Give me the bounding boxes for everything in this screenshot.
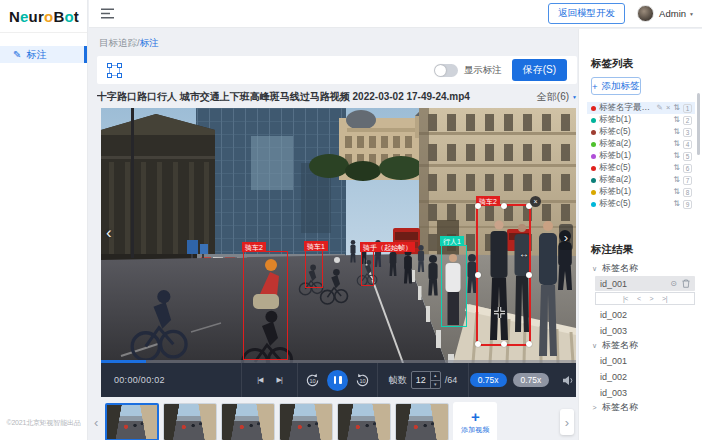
delete-label-icon[interactable]: × [666,104,670,112]
username[interactable]: Admin [659,8,686,19]
top-header: 返回模型开发 Admin ▼ [89,0,702,28]
bounding-box[interactable]: 骑手（起始帧） [361,251,374,286]
save-button[interactable]: 保存(S) [512,59,567,81]
video-title: 十字路口路口行人 城市交通上下班高峰斑马线过马路视频 2022-03-02 17… [97,90,529,104]
menu-collapse-icon[interactable] [101,8,114,19]
sort-label-icon[interactable]: ⇅ [673,104,680,112]
sort-label-icon[interactable]: ⇅ [673,176,680,184]
user-caret-icon[interactable]: ▼ [689,11,694,17]
show-annotation-toggle[interactable] [434,64,458,77]
label-list-item[interactable]: 标签a(2) ⇅ 7 [587,174,695,186]
sort-label-icon[interactable]: ⇅ [673,140,680,148]
speed-pill-inactive[interactable]: 0.75x [513,373,550,387]
resize-handle[interactable] [526,341,532,347]
sort-label-icon[interactable]: ⇅ [673,188,680,196]
step-down-icon[interactable]: ▾ [431,381,440,389]
bbox-tool-icon[interactable] [107,63,122,78]
pager-last-icon[interactable]: >| [662,295,667,302]
svg-text:10: 10 [309,377,315,383]
next-frame-button[interactable]: ▶| [277,376,282,384]
label-list-item[interactable]: 标签c(5) ⇅ 6 [587,162,695,174]
toggle-knob [435,65,446,76]
caret-expanded-icon[interactable]: ∨ [591,342,598,350]
tree-item[interactable]: id_003 [579,323,702,338]
logo-letter: e [20,8,29,25]
video-canvas[interactable]: 骑车2 骑车1 骑手（起始帧） 行人1 骑车2 × [101,108,576,363]
locate-icon[interactable]: ⊙ [670,279,677,288]
back-to-model-dev-button[interactable]: 返回模型开发 [548,3,625,24]
video-thumbnail[interactable] [221,403,275,440]
prev-frame-button[interactable]: |◀ [257,376,262,384]
bounding-box-selected[interactable]: 骑车2 × ↔ [476,204,531,346]
resize-handle[interactable] [475,203,481,209]
prev-video-arrow[interactable]: ‹ [106,224,112,241]
label-list-scrollbar[interactable] [697,93,700,155]
video-progress-bar[interactable] [101,360,576,363]
thumbs-prev-arrow[interactable]: ‹ [91,415,101,430]
tree-item[interactable]: id_002 [579,307,702,322]
next-video-arrow[interactable]: › [559,224,573,250]
edit-label-icon[interactable]: ✎ [657,104,663,112]
add-video-button[interactable]: + 添加视频 [453,402,497,440]
sidebar-item-annotate[interactable]: ✎ 标注 [0,46,87,63]
breadcrumb-parent[interactable]: 目标追踪 [99,37,137,48]
video-thumbnail[interactable] [279,403,333,440]
user-avatar[interactable] [637,5,654,22]
sort-label-icon[interactable]: ⇅ [673,200,680,208]
label-name: 标签b(1) [599,150,670,162]
sort-label-icon[interactable]: ⇅ [673,128,680,136]
forward-10-button[interactable]: 10 [355,373,370,388]
filter-dropdown[interactable]: 全部(6) ▼ [537,90,577,104]
tree-item[interactable]: id_002 [579,369,702,384]
resize-handle[interactable] [501,203,507,209]
delete-box-button[interactable]: × [530,196,541,207]
move-cursor-icon [494,304,505,322]
video-thumbnail[interactable] [163,403,217,440]
frame-number-input[interactable] [412,372,430,388]
rewind-10-button[interactable]: 10 [305,373,320,388]
bounding-box[interactable]: 骑车2 [243,251,288,360]
annotation-toolbar: 显示标注 保存(S) [97,56,577,84]
label-name: 标签c(5) [599,198,670,210]
bounding-box[interactable]: 行人1 [441,245,467,327]
logo-letter: t [74,8,79,25]
resize-handle[interactable] [475,341,481,347]
tree-item[interactable]: id_001 [579,353,702,368]
label-list-item[interactable]: 标签b(1) ⇅ 8 [587,186,695,198]
caret-collapsed-icon[interactable]: > [591,404,598,411]
video-thumbnail[interactable] [337,403,391,440]
label-list-item[interactable]: 标签b(1) ⇅ 5 [587,150,695,162]
pager-first-icon[interactable]: |< [623,295,628,302]
tree-group[interactable]: ∨ 标签名称 [579,339,702,352]
bounding-box[interactable]: 骑车1 [305,250,323,288]
pager-prev-icon[interactable]: < [637,295,641,302]
label-list-item[interactable]: 标签b(1) ⇅ 2 [587,114,695,126]
caret-expanded-icon[interactable]: ∨ [591,265,598,273]
tree-group[interactable]: > 标签名称 [579,401,702,414]
sort-label-icon[interactable]: ⇅ [673,116,680,124]
video-thumbnail[interactable] [105,403,159,440]
pager-next-icon[interactable]: > [650,295,654,302]
sort-label-icon[interactable]: ⇅ [673,164,680,172]
tree-item-selected[interactable]: id_001 ⊙ [595,276,695,291]
thumbs-next-arrow[interactable]: › [560,409,574,435]
tree-group[interactable]: ∨ 标签名称 [579,262,702,275]
label-list-item[interactable]: 标签a(2) ⇅ 4 [587,138,695,150]
trash-icon[interactable] [682,279,690,288]
tree-item[interactable]: id_003 [579,385,702,400]
resize-handle[interactable] [501,341,507,347]
sort-label-icon[interactable]: ⇅ [673,152,680,160]
label-list-item[interactable]: 标签c(5) ⇅ 3 [587,126,695,138]
label-list-item[interactable]: 标签c(5) ⇅ 9 [587,198,695,210]
label-color-dot [591,202,596,207]
resize-handle[interactable] [526,272,532,278]
speed-pill-active[interactable]: 0.75x [470,373,507,387]
video-thumbnail[interactable] [395,403,449,440]
volume-icon[interactable] [562,375,575,386]
resize-handle[interactable] [475,272,481,278]
step-up-icon[interactable]: ▴ [431,372,440,381]
add-label-button[interactable]: + 添加标签 [591,77,641,95]
label-list-item[interactable]: 标签名字最长数... ✎ × ⇅ 1 [587,102,695,114]
show-annotation-label: 显示标注 [464,64,502,77]
pause-button[interactable] [327,370,348,391]
